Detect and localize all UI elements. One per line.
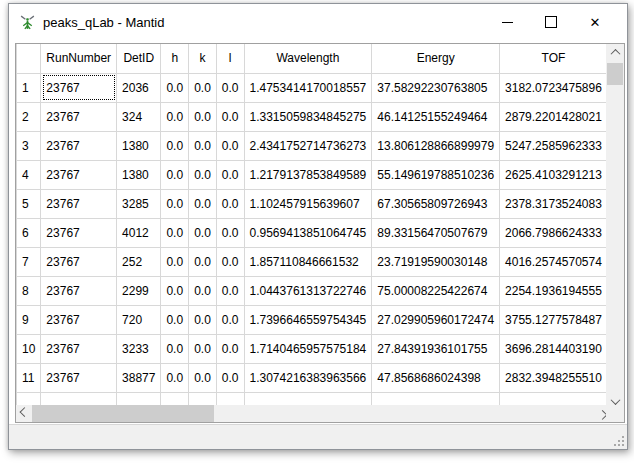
table-cell[interactable]: 37.58292230763805 [372,73,500,102]
table-cell[interactable]: 4012 [117,218,161,247]
table-cell[interactable]: 1.7140465957575184 [244,334,372,363]
table-cell[interactable]: 1.2179137853849589 [244,160,372,189]
row-number[interactable]: 11 [17,363,41,392]
table-cell[interactable]: 1.7396646559754345 [244,305,372,334]
table-cell[interactable]: 3182.0723475896 [500,73,606,102]
table-cell[interactable]: 3233 [117,334,161,363]
table-cell[interactable]: 0.0 [161,131,189,160]
row-number[interactable]: 6 [17,218,41,247]
column-header-energy[interactable]: Energy [372,44,500,73]
table-cell[interactable]: 23767 [41,218,117,247]
resize-grip-icon[interactable] [614,436,624,446]
table-cell[interactable]: 0.0 [189,189,217,218]
table-cell[interactable]: 0.0 [161,305,189,334]
table-cell[interactable]: 0.0 [216,247,244,276]
table-cell[interactable]: 23767 [41,363,117,392]
table-cell[interactable]: 2378.3173524083 [500,189,606,218]
table-cell[interactable]: 38877 [117,363,161,392]
table-cell[interactable]: 3696.2814403190 [500,334,606,363]
column-header-wavelength[interactable]: Wavelength [244,44,372,73]
table-cell[interactable]: 0.0 [216,305,244,334]
table-cell[interactable]: 0.0 [216,363,244,392]
table-cell[interactable]: 2879.2201428021 [500,102,606,131]
table-cell[interactable]: 0.0 [189,334,217,363]
table-cell[interactable]: 1380 [117,131,161,160]
table-cell[interactable]: 23767 [41,305,117,334]
table-cell[interactable]: 0.0 [161,102,189,131]
column-header-detid[interactable]: DetID [117,44,161,73]
table-cell[interactable]: 2.4341752714736273 [244,131,372,160]
table-cell[interactable]: 0.0 [161,247,189,276]
table-cell[interactable]: 2625.4103291213 [500,160,606,189]
row-number[interactable]: 1 [17,73,41,102]
row-number[interactable]: 5 [17,189,41,218]
table-cell[interactable]: 0.0 [189,218,217,247]
table-cell[interactable]: 0.0 [161,73,189,102]
table-cell[interactable]: 0.0 [189,363,217,392]
scroll-right-button[interactable] [590,405,606,422]
table-cell[interactable]: 75.00008225422674 [372,276,500,305]
scroll-down-button[interactable] [606,389,624,405]
table-cell[interactable]: 0.0 [189,73,217,102]
table-cell[interactable]: 1.3315059834845275 [244,102,372,131]
table-cell[interactable]: 0.0 [216,102,244,131]
row-number[interactable]: 7 [17,247,41,276]
table-cell[interactable]: 0.0 [189,160,217,189]
table-cell[interactable]: 2832.3948255510 [500,363,606,392]
table-cell[interactable]: 0.0 [189,305,217,334]
table-cell[interactable]: 0.0 [216,218,244,247]
table-cell[interactable]: 0.0 [161,276,189,305]
table-cell[interactable]: 13.806128866899979 [372,131,500,160]
table-cell[interactable]: 4016.2574570574 [500,247,606,276]
table-cell[interactable]: 27.029905960172474 [372,305,500,334]
table-cell[interactable]: 252 [117,247,161,276]
row-number[interactable]: 3 [17,131,41,160]
table-cell[interactable]: 23.71919590030148 [372,247,500,276]
table-cell[interactable]: 1.3074216383963566 [244,363,372,392]
table-cell[interactable]: 0.0 [161,218,189,247]
table-cell[interactable]: 46.14125155249464 [372,102,500,131]
column-header-h[interactable]: h [161,44,189,73]
table-cell[interactable]: 2066.7986624333 [500,218,606,247]
table-cell[interactable]: 0.0 [189,247,217,276]
table-cell[interactable]: 23767 [41,189,117,218]
vertical-scrollbar-thumb[interactable] [607,63,623,85]
scroll-left-button[interactable] [16,405,32,422]
column-header-runnumber[interactable]: RunNumber [41,44,117,73]
maximize-button[interactable] [529,4,573,40]
table-cell[interactable]: 0.9569413851064745 [244,218,372,247]
table-cell[interactable]: 2254.1936194555 [500,276,606,305]
table-cell[interactable]: 0.0 [161,363,189,392]
table-cell[interactable]: 23767 [41,334,117,363]
vertical-scrollbar[interactable] [606,44,624,405]
close-button[interactable]: ✕ [573,4,617,40]
horizontal-scrollbar-thumb[interactable] [32,405,214,422]
table-cell[interactable]: 0.0 [161,334,189,363]
table-cell[interactable]: 0.0 [189,276,217,305]
table-cell[interactable]: 27.84391936101755 [372,334,500,363]
table-cell[interactable]: 0.0 [216,189,244,218]
table-cell[interactable]: 0.0 [216,276,244,305]
column-header-k[interactable]: k [189,44,217,73]
table-cell[interactable]: 0.0 [161,160,189,189]
table-cell[interactable]: 23767 [41,276,117,305]
table-cell[interactable]: 1.857110846661532 [244,247,372,276]
table-cell[interactable]: 324 [117,102,161,131]
table-cell[interactable]: 23767 [41,247,117,276]
table-cell[interactable]: 0.0 [216,160,244,189]
row-number[interactable]: 4 [17,160,41,189]
table-cell[interactable]: 5247.2585962333 [500,131,606,160]
horizontal-scrollbar[interactable] [16,405,606,422]
table-cell[interactable]: 2299 [117,276,161,305]
table-cell[interactable]: 2036 [117,73,161,102]
table-cell[interactable]: 0.0 [216,334,244,363]
table-cell[interactable]: 3755.1277578487 [500,305,606,334]
table-cell[interactable]: 1.4753414170018557 [244,73,372,102]
table-cell[interactable]: 47.8568686024398 [372,363,500,392]
table-cell[interactable]: 67.30565809726943 [372,189,500,218]
table-cell[interactable]: 1.0443761313722746 [244,276,372,305]
minimize-button[interactable] [485,4,529,40]
table-cell[interactable]: 1380 [117,160,161,189]
scroll-up-button[interactable] [606,44,624,60]
row-number[interactable]: 9 [17,305,41,334]
